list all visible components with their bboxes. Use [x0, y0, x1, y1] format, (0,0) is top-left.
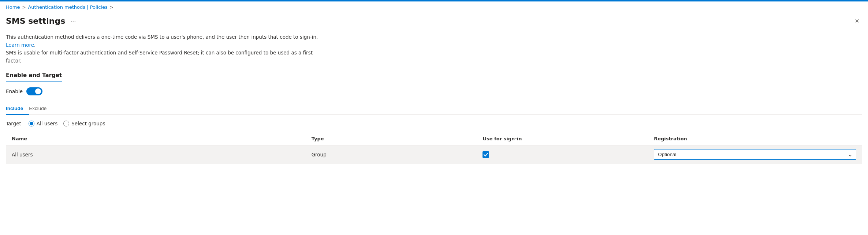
- table-row: All users Group Optional Enabled Dis: [6, 145, 862, 164]
- radio-all-users-input[interactable]: [29, 121, 34, 126]
- toggle-slider: [26, 87, 42, 95]
- target-radio-group: All users Select groups: [29, 121, 105, 126]
- title-row: SMS settings ···: [6, 16, 78, 26]
- breadcrumb-sep-2: >: [110, 5, 113, 10]
- radio-all-users[interactable]: All users: [29, 121, 58, 126]
- radio-select-groups[interactable]: Select groups: [63, 121, 105, 126]
- breadcrumb-sep-1: >: [22, 5, 26, 10]
- col-header-name: Name: [6, 132, 306, 145]
- description-block: This authentication method delivers a on…: [0, 30, 329, 72]
- description-line1: This authentication method delivers a on…: [6, 34, 318, 40]
- target-row: Target All users Select groups: [6, 121, 862, 126]
- cell-type: Group: [306, 145, 477, 164]
- col-header-type: Type: [306, 132, 477, 145]
- cell-signin: [477, 145, 648, 164]
- include-exclude-tabs: Include Exclude: [6, 103, 862, 115]
- enable-row: Enable: [6, 87, 862, 95]
- col-header-registration: Registration: [648, 132, 862, 145]
- page-header: SMS settings ··· ×: [0, 13, 868, 30]
- page-title: SMS settings: [6, 16, 65, 26]
- col-header-signin: Use for sign-in: [477, 132, 648, 145]
- cell-registration: Optional Enabled Disabled: [648, 145, 862, 164]
- enable-label: Enable: [6, 88, 23, 94]
- learn-more-link[interactable]: Learn more: [6, 42, 34, 48]
- breadcrumb: Home > Authentication methods | Policies…: [0, 1, 868, 13]
- tab-include[interactable]: Include: [6, 103, 29, 115]
- enable-toggle[interactable]: [26, 87, 42, 95]
- breadcrumb-policies[interactable]: Authentication methods | Policies: [28, 4, 107, 10]
- radio-all-users-label: All users: [37, 121, 58, 126]
- target-label: Target: [6, 121, 21, 126]
- enable-target-section: Enable and Target Enable Include Exclude…: [0, 72, 868, 164]
- signin-checkbox[interactable]: [483, 151, 489, 158]
- tab-exclude[interactable]: Exclude: [29, 103, 52, 115]
- users-table: Name Type Use for sign-in Registration A…: [6, 132, 862, 164]
- close-button[interactable]: ×: [852, 16, 862, 26]
- cell-name: All users: [6, 145, 306, 164]
- registration-select[interactable]: Optional Enabled Disabled: [654, 149, 856, 160]
- check-icon: [484, 152, 488, 157]
- breadcrumb-home[interactable]: Home: [6, 4, 20, 10]
- more-options-button[interactable]: ···: [68, 16, 78, 26]
- registration-select-wrapper: Optional Enabled Disabled: [654, 149, 856, 160]
- table-header: Name Type Use for sign-in Registration: [6, 132, 862, 145]
- radio-select-groups-label: Select groups: [71, 121, 105, 126]
- description-line2: SMS is usable for multi-factor authentic…: [6, 50, 313, 64]
- radio-select-groups-input[interactable]: [63, 121, 69, 126]
- table-body: All users Group Optional Enabled Dis: [6, 145, 862, 164]
- section-title: Enable and Target: [6, 72, 62, 82]
